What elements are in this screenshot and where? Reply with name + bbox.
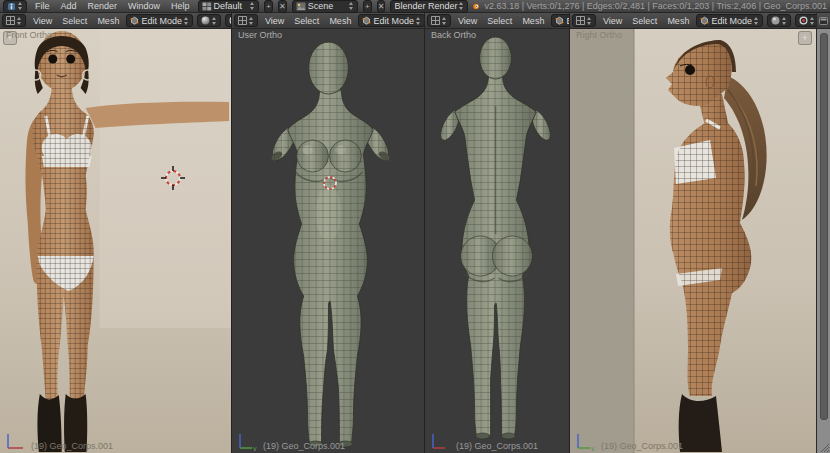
- viewport-right[interactable]: View Select Mesh Edit Mode: [570, 13, 816, 453]
- viewport-front[interactable]: View Select Mesh Edit Mode: [0, 13, 232, 453]
- edit-mode-cube-icon: [130, 16, 139, 25]
- menu-mesh[interactable]: Mesh: [326, 16, 354, 26]
- menu-window[interactable]: Window: [125, 1, 163, 11]
- viewport-back[interactable]: View Select Mesh Edit Mode: [425, 13, 570, 453]
- edit-mode-cube-icon: [362, 16, 371, 25]
- editor-type-selector[interactable]: [427, 14, 451, 27]
- delete-layout-button[interactable]: ✕: [278, 0, 287, 13]
- viewport-user-canvas[interactable]: User Ortho y (19) Geo_Corps.001: [232, 28, 424, 453]
- mini-axis-gizmo: [429, 431, 451, 451]
- dropdown-arrows-icon: [442, 17, 447, 25]
- viewport-status: y (19) Geo_Corps.001: [574, 431, 683, 451]
- menu-view[interactable]: View: [30, 16, 55, 26]
- view-name-label: Right Ortho: [576, 30, 622, 40]
- active-object-label: (19) Geo_Corps.001: [263, 441, 345, 451]
- scene-statistics: v2.63.18 | Verts:0/1,276 | Edges:0/2,481…: [485, 1, 827, 11]
- menu-select[interactable]: Select: [59, 16, 90, 26]
- menu-mesh[interactable]: Mesh: [664, 16, 692, 26]
- menu-select[interactable]: Select: [291, 16, 322, 26]
- viewport-right-canvas[interactable]: + Right Ortho y (19) Geo_Corps.001: [570, 28, 816, 453]
- mode-name: Edit Mode: [711, 16, 752, 26]
- 3d-view-editor-icon: [431, 16, 440, 25]
- 3d-view-editor-icon: [6, 16, 15, 25]
- viewport-back-header: View Select Mesh Edit Mode: [425, 13, 569, 29]
- active-object-label: (19) Geo_Corps.001: [601, 441, 683, 451]
- menu-select[interactable]: Select: [629, 16, 660, 26]
- info-editor-icon: [7, 2, 16, 11]
- dropdown-arrows-icon: [782, 17, 787, 25]
- mode-name: Edit Mode: [141, 16, 182, 26]
- menu-mesh[interactable]: Mesh: [94, 16, 122, 26]
- edit-mode-cube-icon: [555, 16, 564, 25]
- menu-add[interactable]: Add: [58, 1, 80, 11]
- dropdown-arrows-icon: [754, 17, 759, 25]
- photo-boot-profile: [679, 394, 722, 452]
- menu-view[interactable]: View: [455, 16, 480, 26]
- pivot-cursor-icon: [229, 16, 231, 25]
- view-name-label: User Ortho: [238, 30, 282, 40]
- info-header: File Add Render Window Help Default + ✕ …: [0, 0, 830, 13]
- 3d-view-editor-icon: [576, 16, 585, 25]
- mode-name: Edit Mode: [373, 16, 414, 26]
- shading-sphere-icon: [201, 16, 210, 25]
- pivot-cursor-icon: [799, 16, 808, 25]
- photo-eye-right: [66, 55, 75, 64]
- mini-axis-gizmo: y: [236, 431, 258, 451]
- svg-text:y: y: [591, 445, 595, 451]
- mode-selector[interactable]: Edit Mode: [126, 14, 193, 27]
- render-engine-selector[interactable]: Blender Render: [390, 0, 468, 13]
- menu-file[interactable]: File: [32, 1, 53, 11]
- pivot-point-selector[interactable]: [225, 14, 231, 27]
- viewport-back-canvas[interactable]: Back Ortho (19) Geo_Corps.001: [425, 28, 569, 453]
- dropdown-arrows-icon: [459, 2, 464, 10]
- side-panel-strip[interactable]: [816, 13, 830, 453]
- scene-selector[interactable]: Scene: [292, 0, 358, 13]
- viewport-front-header: View Select Mesh Edit Mode: [0, 13, 231, 29]
- menu-help[interactable]: Help: [168, 1, 193, 11]
- viewport-user[interactable]: View Select Mesh Edit Mode: [232, 13, 425, 453]
- viewport-user-header: View Select Mesh Edit Mode: [232, 13, 424, 29]
- edit-mode-cube-icon: [700, 16, 709, 25]
- blender-logo-icon: [473, 1, 479, 12]
- mode-selector[interactable]: Edit Mode: [551, 14, 569, 27]
- user-mesh-scene: [232, 28, 424, 453]
- editor-type-selector[interactable]: [572, 14, 596, 27]
- add-scene-button[interactable]: +: [363, 0, 372, 13]
- 3d-cursor: [317, 170, 343, 196]
- shading-sphere-icon: [771, 16, 780, 25]
- editor-type-selector[interactable]: [234, 14, 258, 27]
- add-layout-button[interactable]: +: [264, 0, 273, 13]
- dropdown-arrows-icon: [212, 17, 217, 25]
- viewport-front-canvas[interactable]: + Front Ortho (19) Geo_Corps.001: [0, 28, 231, 453]
- dropdown-arrows-icon: [349, 2, 354, 10]
- active-object-label: (19) Geo_Corps.001: [31, 441, 113, 451]
- view-name-label: Front Ortho: [6, 30, 52, 40]
- workspace: View Select Mesh Edit Mode: [0, 13, 830, 453]
- menu-view[interactable]: View: [600, 16, 625, 26]
- editor-type-selector[interactable]: [2, 14, 26, 27]
- menu-mesh[interactable]: Mesh: [519, 16, 547, 26]
- scene-icon: [296, 2, 306, 11]
- menu-render[interactable]: Render: [85, 1, 121, 11]
- blender-window: File Add Render Window Help Default + ✕ …: [0, 0, 830, 453]
- scrollbar[interactable]: [820, 33, 828, 420]
- viewport-shading-selector[interactable]: [767, 14, 791, 27]
- menu-view[interactable]: View: [262, 16, 287, 26]
- 3d-cursor: [160, 165, 186, 191]
- viewport-status: (19) Geo_Corps.001: [429, 431, 538, 451]
- editor-type-selector[interactable]: [3, 0, 27, 13]
- delete-scene-button[interactable]: ✕: [377, 0, 386, 13]
- editor-window-icon: [819, 17, 828, 25]
- right-photo-scene: [570, 28, 816, 453]
- dropdown-arrows-icon: [249, 17, 254, 25]
- mode-selector[interactable]: Edit Mode: [696, 14, 763, 27]
- corner-resize-grip[interactable]: [819, 442, 829, 452]
- menu-select[interactable]: Select: [484, 16, 515, 26]
- layout-icon: [202, 2, 212, 11]
- mode-selector[interactable]: Edit Mode: [358, 14, 424, 27]
- expand-properties-button[interactable]: +: [798, 31, 812, 45]
- screen-layout-selector[interactable]: Default: [198, 0, 260, 13]
- pivot-point-selector[interactable]: [795, 14, 816, 27]
- viewport-shading-selector[interactable]: [197, 14, 221, 27]
- side-panel-header[interactable]: [817, 13, 830, 29]
